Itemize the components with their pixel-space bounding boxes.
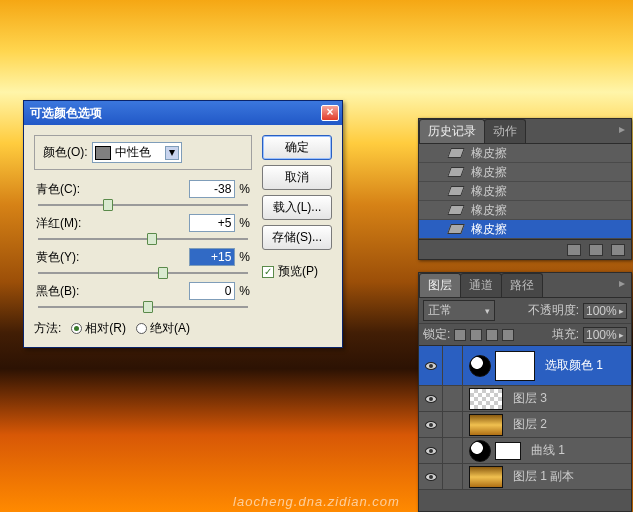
- method-relative-radio[interactable]: 相对(R): [71, 320, 126, 337]
- layer-row[interactable]: 图层 3: [419, 386, 631, 412]
- magenta-input[interactable]: [189, 214, 235, 232]
- color-value: 中性色: [115, 144, 151, 161]
- yellow-label: 黄色(Y):: [36, 249, 189, 266]
- eraser-icon: [447, 148, 465, 158]
- slider-thumb[interactable]: [103, 199, 113, 211]
- opacity-label: 不透明度:: [528, 302, 579, 319]
- magenta-unit: %: [239, 216, 250, 230]
- layers-panel: 图层 通道 路径 ▸ 正常▾ 不透明度: 100%▸ 锁定: 填充: 100%▸…: [418, 272, 632, 512]
- layer-row[interactable]: 图层 2: [419, 412, 631, 438]
- chevron-down-icon[interactable]: ▾: [165, 146, 179, 160]
- layer-name[interactable]: 图层 3: [509, 390, 547, 407]
- adjustment-icon: [469, 355, 491, 377]
- slider-thumb[interactable]: [147, 233, 157, 245]
- cyan-slider-group: 青色(C): %: [34, 180, 252, 206]
- ok-button[interactable]: 确定: [262, 135, 332, 160]
- history-item[interactable]: 橡皮擦: [419, 182, 631, 201]
- layer-name[interactable]: 图层 2: [509, 416, 547, 433]
- opacity-input[interactable]: 100%▸: [583, 303, 627, 319]
- layer-name[interactable]: 曲线 1: [527, 442, 565, 459]
- slider-thumb[interactable]: [158, 267, 168, 279]
- black-slider-group: 黑色(B): %: [34, 282, 252, 308]
- method-label: 方法:: [34, 320, 61, 337]
- history-item[interactable]: 橡皮擦: [419, 201, 631, 220]
- visibility-toggle[interactable]: [419, 412, 443, 437]
- color-select-row: 颜色(O): 中性色 ▾: [34, 135, 252, 170]
- link-cell[interactable]: [443, 346, 463, 385]
- layer-name[interactable]: 选取颜色 1: [541, 357, 603, 374]
- layer-row[interactable]: 选取颜色 1: [419, 346, 631, 386]
- cyan-unit: %: [239, 182, 250, 196]
- slider-thumb[interactable]: [143, 301, 153, 313]
- tab-channels[interactable]: 通道: [460, 273, 502, 297]
- history-item-label: 橡皮擦: [471, 221, 507, 238]
- link-cell[interactable]: [443, 412, 463, 437]
- yellow-unit: %: [239, 250, 250, 264]
- black-slider[interactable]: [38, 306, 248, 308]
- eraser-icon: [447, 205, 465, 215]
- checkbox-icon: ✓: [262, 266, 274, 278]
- preview-checkbox[interactable]: ✓ 预览(P): [262, 263, 332, 280]
- cancel-button[interactable]: 取消: [262, 165, 332, 190]
- yellow-slider[interactable]: [38, 272, 248, 274]
- layer-thumb: [469, 466, 503, 488]
- cyan-input[interactable]: [189, 180, 235, 198]
- close-icon[interactable]: ×: [321, 105, 339, 121]
- load-button[interactable]: 载入(L)...: [262, 195, 332, 220]
- panel-menu-icon[interactable]: ▸: [613, 119, 631, 143]
- magenta-slider-group: 洋红(M): %: [34, 214, 252, 240]
- yellow-input[interactable]: +15: [189, 248, 235, 266]
- layer-row[interactable]: 图层 1 副本: [419, 464, 631, 490]
- visibility-toggle[interactable]: [419, 438, 443, 463]
- lock-label: 锁定:: [423, 326, 450, 343]
- layer-mask-thumb[interactable]: [495, 351, 535, 381]
- tab-actions[interactable]: 动作: [484, 119, 526, 143]
- lock-pixels-icon[interactable]: [470, 329, 482, 341]
- link-cell[interactable]: [443, 386, 463, 411]
- history-footer: [419, 239, 631, 259]
- history-item[interactable]: 橡皮擦: [419, 144, 631, 163]
- black-input[interactable]: [189, 282, 235, 300]
- black-unit: %: [239, 284, 250, 298]
- save-button[interactable]: 存储(S)...: [262, 225, 332, 250]
- lock-position-icon[interactable]: [486, 329, 498, 341]
- blend-mode-dropdown[interactable]: 正常▾: [423, 300, 495, 321]
- tab-paths[interactable]: 路径: [501, 273, 543, 297]
- eraser-icon: [447, 186, 465, 196]
- method-absolute-radio[interactable]: 绝对(A): [136, 320, 190, 337]
- lock-transparency-icon[interactable]: [454, 329, 466, 341]
- tab-layers[interactable]: 图层: [419, 273, 461, 297]
- yellow-slider-group: 黄色(Y): +15 %: [34, 248, 252, 274]
- history-item[interactable]: 橡皮擦: [419, 163, 631, 182]
- eraser-icon: [447, 224, 465, 234]
- visibility-toggle[interactable]: [419, 386, 443, 411]
- lock-fill-row: 锁定: 填充: 100%▸: [419, 324, 631, 346]
- panel-menu-icon[interactable]: ▸: [613, 273, 631, 297]
- history-list: 橡皮擦 橡皮擦 橡皮擦 橡皮擦 橡皮擦: [419, 144, 631, 239]
- new-snapshot-icon[interactable]: [567, 244, 581, 256]
- cyan-label: 青色(C):: [36, 181, 189, 198]
- color-swatch-icon: [95, 146, 111, 160]
- layer-mask-thumb[interactable]: [495, 442, 521, 460]
- link-cell[interactable]: [443, 464, 463, 489]
- layer-list: 选取颜色 1 图层 3 图层 2 曲线 1 图层 1 副本: [419, 346, 631, 490]
- link-cell[interactable]: [443, 438, 463, 463]
- visibility-toggle[interactable]: [419, 464, 443, 489]
- magenta-slider[interactable]: [38, 238, 248, 240]
- blend-mode-value: 正常: [428, 302, 452, 319]
- new-document-icon[interactable]: [589, 244, 603, 256]
- layer-name[interactable]: 图层 1 副本: [509, 468, 574, 485]
- color-dropdown[interactable]: 中性色 ▾: [92, 142, 182, 163]
- lock-all-icon[interactable]: [502, 329, 514, 341]
- layers-tabs: 图层 通道 路径 ▸: [419, 273, 631, 298]
- trash-icon[interactable]: [611, 244, 625, 256]
- fill-input[interactable]: 100%▸: [583, 327, 627, 343]
- history-item[interactable]: 橡皮擦: [419, 220, 631, 239]
- dialog-titlebar[interactable]: 可选颜色选项 ×: [24, 101, 342, 125]
- cyan-slider[interactable]: [38, 204, 248, 206]
- history-item-label: 橡皮擦: [471, 164, 507, 181]
- tab-history[interactable]: 历史记录: [419, 119, 485, 143]
- layer-row[interactable]: 曲线 1: [419, 438, 631, 464]
- method-absolute-label: 绝对(A): [150, 320, 190, 337]
- visibility-toggle[interactable]: [419, 346, 443, 385]
